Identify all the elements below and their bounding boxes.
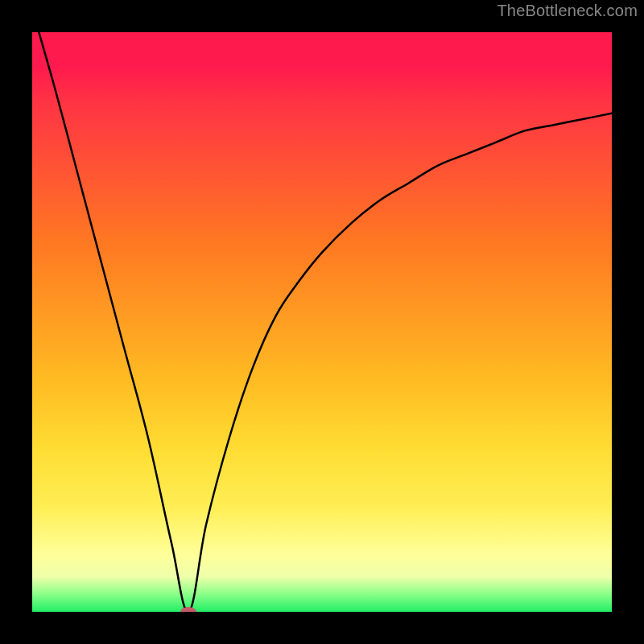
optimum-marker xyxy=(180,607,196,612)
bottleneck-curve xyxy=(32,32,612,612)
curve-svg xyxy=(32,32,612,612)
watermark-label: TheBottleneck.com xyxy=(497,2,638,20)
plot-area xyxy=(32,32,612,612)
chart-frame: TheBottleneck.com xyxy=(0,0,644,644)
